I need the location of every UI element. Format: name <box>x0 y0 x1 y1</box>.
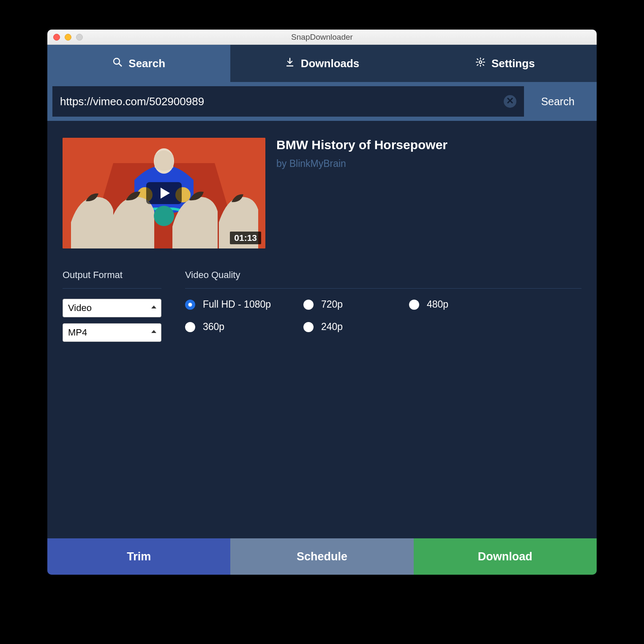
play-icon <box>146 182 182 204</box>
tab-label: Downloads <box>301 57 360 70</box>
quality-option-480p[interactable]: 480p <box>409 299 581 310</box>
radio-label: 240p <box>321 321 343 333</box>
output-format-section: Output Format Video MP4 <box>63 270 161 348</box>
video-thumbnail[interactable]: 01:13 <box>63 138 265 248</box>
button-label: Trim <box>127 550 151 563</box>
radio-icon <box>303 322 314 332</box>
button-label: Download <box>478 550 532 563</box>
search-button-label: Search <box>541 96 574 108</box>
search-icon <box>112 57 123 70</box>
tab-label: Search <box>128 57 165 70</box>
trim-button[interactable]: Trim <box>47 538 230 575</box>
tab-settings[interactable]: Settings <box>414 45 597 82</box>
radio-label: 480p <box>427 299 448 310</box>
video-quality-section: Video Quality Full HD - 1080p 720p 480p <box>185 270 581 348</box>
format-container-select[interactable]: MP4 <box>63 323 161 342</box>
video-author: by BlinkMyBrain <box>276 158 448 169</box>
radio-label: 720p <box>321 299 343 310</box>
titlebar: SnapDownloader <box>47 30 597 45</box>
search-bar: Search <box>47 82 597 121</box>
video-meta: BMW History of Horsepower by BlinkMyBrai… <box>276 138 448 248</box>
video-duration: 01:13 <box>230 232 261 244</box>
schedule-button[interactable]: Schedule <box>230 538 413 575</box>
svg-point-11 <box>154 206 174 226</box>
main-tabs: Search Downloads Settings <box>47 45 597 82</box>
download-icon <box>285 57 295 70</box>
button-label: Schedule <box>297 550 347 563</box>
svg-point-3 <box>479 60 482 63</box>
quality-option-720p[interactable]: 720p <box>303 299 409 310</box>
clear-input-button[interactable] <box>504 95 516 108</box>
tab-label: Settings <box>491 57 535 70</box>
radio-label: 360p <box>203 321 224 333</box>
radio-icon <box>409 300 419 310</box>
quality-option-360p[interactable]: 360p <box>185 321 303 333</box>
divider <box>185 288 581 289</box>
format-type-select[interactable]: Video <box>63 299 161 317</box>
radio-label: Full HD - 1080p <box>203 299 271 310</box>
content-area: 01:13 BMW History of Horsepower by Blink… <box>47 121 597 538</box>
url-input[interactable] <box>60 95 499 108</box>
close-icon <box>507 97 513 106</box>
section-heading: Video Quality <box>185 270 581 281</box>
download-button[interactable]: Download <box>414 538 597 575</box>
section-heading: Output Format <box>63 270 161 281</box>
radio-icon <box>303 300 314 310</box>
radio-icon <box>185 300 195 310</box>
options-row: Output Format Video MP4 Video Quality Fu… <box>63 270 581 348</box>
svg-line-1 <box>119 63 122 66</box>
select-value: Video <box>63 299 161 317</box>
svg-point-0 <box>114 58 120 64</box>
url-input-wrap <box>52 86 524 117</box>
bottom-action-bar: Trim Schedule Download <box>47 538 597 575</box>
video-result: 01:13 BMW History of Horsepower by Blink… <box>63 138 581 248</box>
radio-icon <box>185 322 195 332</box>
tab-downloads[interactable]: Downloads <box>230 45 413 82</box>
gear-icon <box>475 57 486 70</box>
app-window: SnapDownloader Search Downloads Settings <box>47 30 597 575</box>
divider <box>63 288 161 289</box>
quality-option-240p[interactable]: 240p <box>303 321 409 333</box>
quality-radio-group: Full HD - 1080p 720p 480p 360p <box>185 299 581 333</box>
window-title: SnapDownloader <box>47 33 597 42</box>
select-value: MP4 <box>63 323 161 342</box>
quality-option-1080p[interactable]: Full HD - 1080p <box>185 299 303 310</box>
tab-search[interactable]: Search <box>47 45 230 82</box>
video-title: BMW History of Horsepower <box>276 138 448 152</box>
search-button[interactable]: Search <box>524 86 592 117</box>
